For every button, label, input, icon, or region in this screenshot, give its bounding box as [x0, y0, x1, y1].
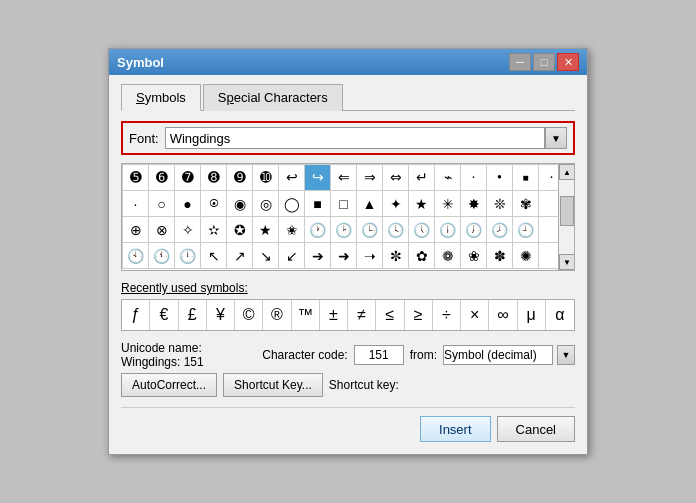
recent-cell[interactable]: α — [546, 300, 574, 330]
recent-cell[interactable]: € — [150, 300, 178, 330]
autocorrect-button[interactable]: AutoCorrect... — [121, 373, 217, 397]
recent-cell[interactable]: ¥ — [207, 300, 235, 330]
symbol-cell[interactable]: ↖ — [201, 243, 227, 269]
symbol-cell[interactable]: ➏ — [149, 165, 175, 191]
symbol-cell[interactable]: ◉ — [227, 191, 253, 217]
symbol-cell[interactable]: 🕒 — [357, 217, 383, 243]
symbols-scrollbar[interactable]: ▲ ▼ — [558, 164, 574, 270]
symbol-cell[interactable]: ➝ — [357, 243, 383, 269]
char-code-input[interactable] — [354, 345, 404, 365]
cancel-button[interactable]: Cancel — [497, 416, 575, 442]
symbol-cell[interactable]: ↩ — [279, 165, 305, 191]
symbol-cell[interactable]: ■ — [513, 165, 539, 191]
symbol-cell[interactable]: ✫ — [201, 217, 227, 243]
symbol-cell[interactable]: 🕚 — [149, 243, 175, 269]
info-right: Character code: from: ▼ — [262, 345, 575, 365]
tab-symbols[interactable]: Symbols — [121, 84, 201, 111]
symbol-cell[interactable]: ↵ — [409, 165, 435, 191]
symbol-cell[interactable]: ✽ — [487, 243, 513, 269]
symbol-cell[interactable]: ↙ — [279, 243, 305, 269]
title-bar-controls: ─ □ ✕ — [509, 53, 579, 71]
tab-special-characters[interactable]: Special Characters — [203, 84, 343, 111]
symbol-cell[interactable]: ⦿ — [201, 191, 227, 217]
symbol-cell[interactable]: ➐ — [175, 165, 201, 191]
font-input[interactable] — [165, 127, 545, 149]
symbol-cell[interactable]: 🕖 — [461, 217, 487, 243]
symbol-cell[interactable]: ✸ — [461, 191, 487, 217]
symbol-cell[interactable]: ⇔ — [383, 165, 409, 191]
symbol-cell[interactable]: 🕕 — [435, 217, 461, 243]
symbol-cell[interactable]: ✪ — [227, 217, 253, 243]
symbol-cell[interactable]: ✾ — [513, 191, 539, 217]
symbol-cell[interactable]: ⊗ — [149, 217, 175, 243]
recent-cell[interactable]: ÷ — [433, 300, 461, 330]
recent-cell[interactable]: ƒ — [122, 300, 150, 330]
symbol-cell[interactable]: ✿ — [409, 243, 435, 269]
scrollbar-up-button[interactable]: ▲ — [559, 164, 575, 180]
recent-cell[interactable]: ≥ — [405, 300, 433, 330]
from-select[interactable] — [443, 345, 553, 365]
symbol-cell[interactable]: 🕛 — [175, 243, 201, 269]
symbol-cell[interactable]: ⇐ — [331, 165, 357, 191]
symbol-cell[interactable]: ✼ — [383, 243, 409, 269]
minimize-button[interactable]: ─ — [509, 53, 531, 71]
recent-cell[interactable]: ∞ — [489, 300, 517, 330]
symbol-cell[interactable]: ✺ — [513, 243, 539, 269]
symbol-cell[interactable]: ⊕ — [123, 217, 149, 243]
recent-cell[interactable]: ± — [320, 300, 348, 330]
from-dropdown-button[interactable]: ▼ — [557, 345, 575, 365]
symbol-cell[interactable]: ↗ — [227, 243, 253, 269]
symbol-cell[interactable]: ⌁ — [435, 165, 461, 191]
recent-cell[interactable]: μ — [518, 300, 546, 330]
symbol-cell[interactable]: ✬ — [279, 217, 305, 243]
symbol-cell[interactable]: 🕘 — [513, 217, 539, 243]
recent-cell[interactable]: ≠ — [348, 300, 376, 330]
symbol-cell[interactable]: ▲ — [357, 191, 383, 217]
symbol-cell[interactable]: · — [123, 191, 149, 217]
symbol-cell[interactable]: 🕗 — [487, 217, 513, 243]
recent-cell[interactable]: © — [235, 300, 263, 330]
insert-button[interactable]: Insert — [420, 416, 491, 442]
shortcut-key-button[interactable]: Shortcut Key... — [223, 373, 323, 397]
recent-cell[interactable]: ≤ — [376, 300, 404, 330]
recent-cell[interactable]: £ — [179, 300, 207, 330]
symbol-cell[interactable]: · — [461, 165, 487, 191]
symbol-cell[interactable]: ❀ — [461, 243, 487, 269]
restore-button[interactable]: □ — [533, 53, 555, 71]
recent-cell[interactable]: × — [461, 300, 489, 330]
symbol-cell[interactable]: ↘ — [253, 243, 279, 269]
symbol-cell[interactable]: 🕐 — [305, 217, 331, 243]
symbol-cell[interactable]: ➜ — [331, 243, 357, 269]
symbol-cell[interactable]: 🕑 — [331, 217, 357, 243]
symbol-cell[interactable]: ➑ — [201, 165, 227, 191]
symbol-cell[interactable]: □ — [331, 191, 357, 217]
symbol-cell[interactable]: ★ — [253, 217, 279, 243]
symbol-cell[interactable]: ❁ — [435, 243, 461, 269]
recent-cell[interactable]: ™ — [292, 300, 320, 330]
symbol-cell[interactable]: ○ — [149, 191, 175, 217]
symbol-cell[interactable]: ✳ — [435, 191, 461, 217]
symbol-cell[interactable]: 🕔 — [409, 217, 435, 243]
scrollbar-thumb[interactable] — [560, 196, 574, 226]
scrollbar-down-button[interactable]: ▼ — [559, 254, 575, 270]
symbol-cell[interactable]: 🕙 — [123, 243, 149, 269]
symbol-cell[interactable]: ★ — [409, 191, 435, 217]
symbol-cell[interactable]: ➔ — [305, 243, 331, 269]
close-button[interactable]: ✕ — [557, 53, 579, 71]
symbol-cell[interactable]: ● — [175, 191, 201, 217]
symbol-cell[interactable]: ◯ — [279, 191, 305, 217]
symbol-cell[interactable]: 🕓 — [383, 217, 409, 243]
symbol-cell[interactable]: ■ — [305, 191, 331, 217]
symbol-cell[interactable]: ✧ — [175, 217, 201, 243]
symbol-cell[interactable]: ✦ — [383, 191, 409, 217]
symbol-cell-selected[interactable]: ↪ — [305, 165, 331, 191]
symbol-cell[interactable]: ➓ — [253, 165, 279, 191]
symbol-cell[interactable]: ◎ — [253, 191, 279, 217]
symbol-cell[interactable]: ❊ — [487, 191, 513, 217]
symbol-cell[interactable]: ➒ — [227, 165, 253, 191]
symbol-cell[interactable]: ➎ — [123, 165, 149, 191]
symbol-cell[interactable]: ⇒ — [357, 165, 383, 191]
recent-cell[interactable]: ® — [263, 300, 291, 330]
symbol-cell[interactable]: • — [487, 165, 513, 191]
font-dropdown-button[interactable]: ▼ — [545, 127, 567, 149]
